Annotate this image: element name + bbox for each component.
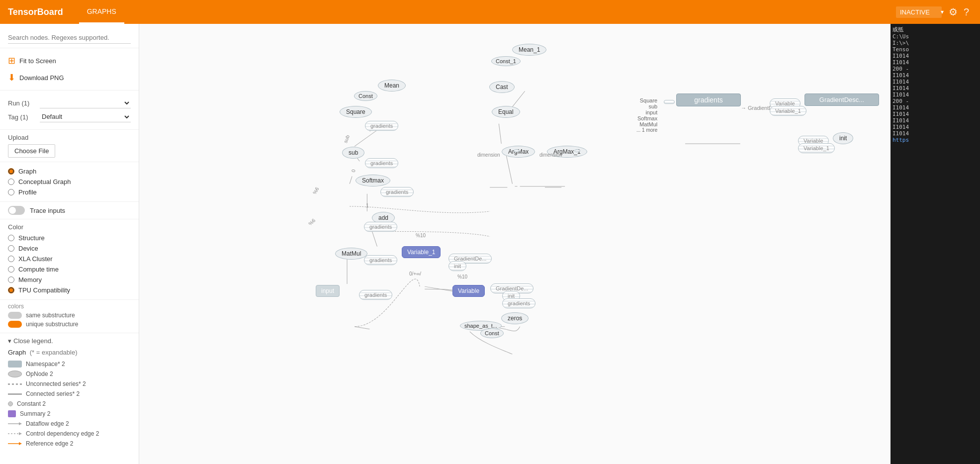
node-square[interactable]: Square — [340, 106, 372, 118]
series-gradients-v[interactable]: gradients — [502, 298, 535, 308]
color-xla[interactable]: XLA Cluster — [8, 254, 131, 264]
node-mean[interactable]: Mean — [378, 80, 406, 92]
color-compute[interactable]: Compute time — [8, 264, 131, 275]
color-tpu[interactable]: TPU Compatibility — [8, 285, 131, 295]
series-gradients-matmul[interactable]: gradients — [364, 255, 397, 265]
series-gradients-square[interactable]: gradients — [365, 121, 398, 131]
graph-radio[interactable] — [8, 168, 14, 175]
same-substructure-label: same substructure — [26, 312, 75, 319]
settings-icon[interactable]: ⚙ — [949, 6, 958, 18]
graph-option[interactable]: Graph — [8, 166, 131, 177]
color-memory-radio[interactable] — [8, 277, 14, 283]
series-init-v1[interactable]: init — [448, 261, 466, 271]
node-zeros[interactable]: zeros — [501, 312, 529, 324]
series-variable1-init[interactable]: Variable_1 — [798, 143, 835, 153]
color-tpu-radio[interactable] — [8, 287, 14, 293]
legend-control[interactable]: Control dependency edge 2 — [8, 429, 131, 439]
search-input[interactable] — [8, 32, 131, 44]
terminal-panel: 或抵 C:\Us I:\>\ Tenso I1014 I1014 200 - I… — [891, 24, 980, 464]
view-options-section: Graph Conceptual Graph Profile — [0, 162, 139, 202]
control-icon — [8, 431, 22, 436]
terminal-line: 200 - — [892, 66, 978, 72]
inactive-dropdown-wrapper: INACTIVE ▾ — [896, 6, 946, 18]
color-structure-radio[interactable] — [8, 235, 14, 241]
color-compute-radio[interactable] — [8, 266, 14, 273]
fit-download-section: ⊞ Fit to Screen ⬇ Download PNG — [0, 48, 139, 91]
node-gradientdesc[interactable]: GradientDesc... — [804, 93, 879, 106]
svg-line-21 — [499, 124, 501, 144]
legend-summary[interactable]: Summary 2 — [8, 409, 131, 419]
color-memory-label: Memory — [18, 276, 42, 283]
run-row: Run (1) — [8, 97, 131, 108]
node-sub[interactable]: sub — [342, 147, 364, 159]
node-matmul[interactable]: MatMul — [335, 248, 367, 260]
legend-namespace[interactable]: Namespace* 2 — [8, 359, 131, 369]
node-cast[interactable]: Cast — [489, 81, 515, 93]
node-variable1[interactable]: Variable_1 — [402, 246, 441, 258]
conceptual-graph-option[interactable]: Conceptual Graph — [8, 177, 131, 187]
tag-select[interactable]: Default — [40, 111, 131, 122]
node-init[interactable]: init — [833, 132, 853, 144]
unique-substructure-row: unique substructure — [8, 321, 131, 328]
series-gradients-softmax[interactable]: gradients — [380, 187, 414, 197]
svg-line-14 — [425, 286, 454, 291]
terminal-line: I1014 — [892, 124, 978, 130]
node-input[interactable]: input — [316, 285, 340, 297]
color-xla-radio[interactable] — [8, 256, 14, 262]
graph-svg — [139, 24, 891, 464]
profile-option[interactable]: Profile — [8, 187, 131, 197]
legend-unconnected-label: Unconnected series* 2 — [26, 380, 86, 387]
series-entering-gradients1[interactable] — [664, 100, 675, 104]
legend-control-label: Control dependency edge 2 — [26, 430, 99, 437]
connected-icon — [8, 393, 22, 395]
header: TensorBoard GRAPHS INACTIVE ▾ ⚙ ? — [0, 0, 980, 24]
trace-inputs-row: Trace inputs — [0, 202, 139, 219]
fit-to-screen-button[interactable]: ⊞ Fit to Screen — [8, 52, 131, 69]
gradients-left-labels: Square sub input Softmax MatMul ... 1 mo… — [636, 97, 657, 133]
namespace-icon — [8, 361, 22, 368]
series-variable1-before-gd[interactable]: Variable_1 — [770, 106, 806, 116]
conceptual-graph-radio[interactable] — [8, 179, 14, 185]
legend-dataflow[interactable]: Dataflow edge 2 — [8, 419, 131, 429]
graph-area[interactable]: Mean_1 Const_1 Mean Const Cast Square gr… — [139, 24, 891, 464]
legend-constant[interactable]: Constant 2 — [8, 399, 131, 409]
help-icon[interactable]: ? — [964, 6, 969, 18]
close-legend-button[interactable]: ▾ Close legend. — [8, 337, 131, 345]
node-mean1[interactable]: Mean_1 — [512, 44, 546, 56]
profile-radio[interactable] — [8, 189, 14, 195]
node-dim1[interactable] — [514, 149, 520, 152]
search-section — [0, 28, 139, 48]
legend-reference[interactable]: Reference edge 2 — [8, 439, 131, 449]
legend-connected[interactable]: Connected series* 2 — [8, 389, 131, 399]
color-device-radio[interactable] — [8, 245, 14, 252]
trace-inputs-toggle[interactable] — [8, 206, 25, 215]
node-const2[interactable]: Const — [480, 328, 504, 338]
tag-label: Tag (1) — [8, 113, 38, 121]
node-gradients-box[interactable]: gradients — [676, 93, 741, 106]
node-variable[interactable]: Variable — [452, 285, 485, 297]
node-const1[interactable]: Const_1 — [491, 56, 521, 66]
legend-section: ▾ Close legend. Graph (* = expandable) N… — [0, 333, 139, 453]
inactive-select[interactable]: INACTIVE — [896, 6, 942, 18]
legend-unconnected[interactable]: Unconnected series* 2 — [8, 379, 131, 389]
color-device-label: Device — [18, 245, 38, 252]
series-gradients-sub[interactable]: gradients — [365, 158, 398, 168]
edge-label-cross1: %6 — [307, 218, 316, 227]
series-gradients-input[interactable]: gradients — [359, 290, 392, 300]
fit-icon: ⊞ — [8, 55, 15, 66]
node-softmax[interactable]: Softmax — [356, 175, 390, 186]
color-memory[interactable]: Memory — [8, 275, 131, 285]
terminal-line: I1014 — [892, 117, 978, 124]
run-select[interactable] — [40, 97, 131, 108]
graphs-tab[interactable]: GRAPHS — [79, 0, 124, 24]
node-equal[interactable]: Equal — [492, 106, 520, 118]
series-gradients-add[interactable]: gradients — [364, 222, 397, 232]
choose-file-button[interactable]: Choose File — [8, 144, 55, 158]
color-structure[interactable]: Structure — [8, 233, 131, 243]
download-png-button[interactable]: ⬇ Download PNG — [8, 69, 131, 86]
node-const[interactable]: Const — [354, 91, 377, 101]
node-dim2[interactable] — [574, 149, 580, 152]
color-device[interactable]: Device — [8, 243, 131, 254]
legend-opnode[interactable]: OpNode 2 — [8, 369, 131, 379]
same-swatch — [8, 312, 22, 319]
